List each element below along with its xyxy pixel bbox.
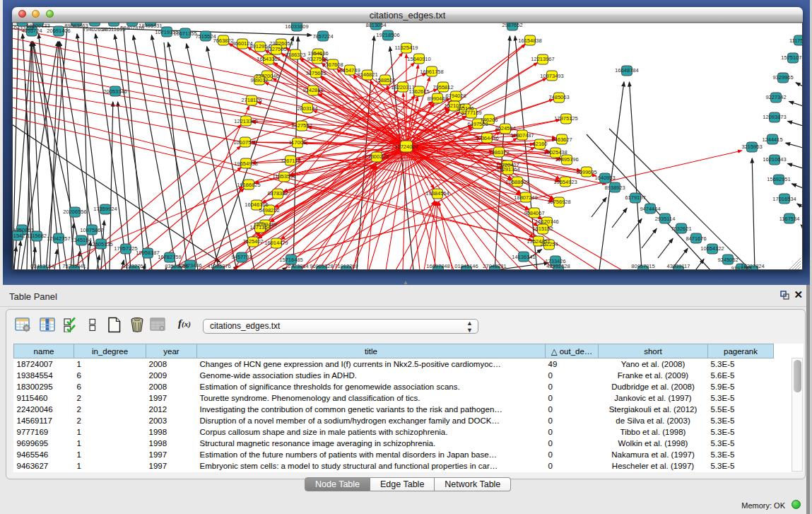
svg-text:16154838: 16154838 [518,37,541,44]
svg-text:01845146: 01845146 [454,263,478,269]
svg-text:1115682: 1115682 [27,233,47,239]
svg-text:3624554: 3624554 [495,125,515,132]
svg-text:6794028: 6794028 [445,93,466,99]
svg-text:71012269: 71012269 [334,263,358,269]
svg-text:18227824: 18227824 [741,263,764,269]
svg-text:96965328: 96965328 [310,263,333,269]
svg-text:10756928: 10756928 [547,199,570,205]
svg-text:1471364: 1471364 [249,224,270,230]
svg-text:9474444: 9474444 [640,206,660,212]
svg-text:19218506: 19218506 [376,32,399,38]
svg-text:2935114: 2935114 [655,216,676,222]
svg-text:10654122: 10654122 [700,245,724,252]
svg-text:16961758: 16961758 [420,69,443,75]
svg-text:8427552: 8427552 [291,122,312,129]
svg-text:989012: 989012 [250,77,268,83]
svg-text:16543362: 16543362 [257,56,280,62]
svg-text:15751074: 15751074 [781,54,803,61]
svg-text:9777169: 9777169 [461,110,481,116]
svg-text:7663822: 7663822 [213,37,233,44]
svg-text:9457791: 9457791 [231,254,252,260]
svg-text:3915427: 3915427 [12,233,28,239]
svg-text:1244415: 1244415 [762,136,782,143]
svg-text:15291364: 15291364 [496,166,519,173]
svg-text:9227342: 9227342 [765,94,786,100]
svg-text:8813054: 8813054 [365,23,386,28]
svg-text:10958187: 10958187 [136,250,159,256]
svg-text:19654923: 19654923 [553,179,577,185]
svg-text:20691406: 20691406 [47,28,70,34]
svg-text:16782759: 16782759 [158,254,181,260]
svg-text:3215953: 3215953 [741,144,762,150]
svg-text:1615152: 1615152 [532,226,553,232]
svg-text:27048281: 27048281 [483,263,506,269]
svg-text:14136141: 14136141 [512,254,535,260]
svg-text:11325419: 11325419 [395,45,418,51]
svg-text:7485063: 7485063 [548,94,569,100]
svg-text:18220317: 18220317 [391,84,414,90]
svg-text:18807249: 18807249 [514,194,537,201]
svg-text:8990448: 8990448 [427,95,447,102]
svg-text:15640910: 15640910 [407,56,430,62]
svg-text:1167534: 1167534 [779,216,800,222]
svg-text:10671355: 10671355 [173,30,196,37]
svg-text:9327505: 9327505 [266,46,286,52]
svg-text:03413164: 03413164 [30,263,54,269]
svg-text:16120746: 16120746 [535,218,558,225]
svg-text:1345194: 1345194 [71,237,91,243]
svg-text:8878332: 8878332 [267,190,288,197]
svg-text:8471676: 8471676 [686,235,706,242]
svg-text:10973493: 10973493 [540,73,563,79]
svg-text:5498222: 5498222 [259,207,279,214]
svg-text:10025438: 10025438 [543,149,567,156]
svg-text:19166825: 19166825 [237,182,260,188]
svg-text:43039117: 43039117 [667,263,690,269]
svg-text:16210643: 16210643 [763,156,786,163]
svg-text:16648784: 16648784 [615,67,638,74]
svg-text:117006: 117006 [289,139,306,146]
svg-text:16495796: 16495796 [555,156,578,163]
svg-text:7857224: 7857224 [312,33,333,40]
svg-text:1640953: 1640953 [594,175,615,181]
svg-text:15692951: 15692951 [767,176,790,182]
svg-text:62160: 62160 [533,141,548,147]
svg-text:20206556: 20206556 [63,209,86,215]
svg-text:20053346: 20053346 [103,88,126,95]
svg-text:10107552: 10107552 [233,139,257,146]
svg-text:15716485: 15716485 [279,257,302,263]
svg-text:11353594: 11353594 [273,173,296,180]
svg-text:7625402: 7625402 [242,238,263,245]
svg-text:7955812: 7955812 [433,84,453,90]
svg-text:12942757: 12942757 [47,235,70,242]
svg-text:9084067: 9084067 [524,210,544,216]
svg-text:92832764: 92832764 [122,263,146,269]
svg-text:9329965: 9329965 [772,74,793,81]
svg-text:41395376: 41395376 [207,263,230,269]
svg-text:9699695: 9699695 [576,169,596,175]
svg-text:9463627: 9463627 [551,136,572,143]
svg-text:16697848: 16697848 [426,263,449,269]
svg-text:9242848: 9242848 [302,87,323,93]
svg-text:19654933: 19654933 [234,160,257,167]
svg-text:1588520: 1588520 [375,77,395,83]
svg-text:12093873: 12093873 [763,114,786,120]
svg-text:4055724: 4055724 [21,28,42,34]
svg-text:80957015: 80957015 [631,263,654,269]
svg-text:17975125: 17975125 [554,115,577,122]
svg-text:16033809: 16033809 [285,23,308,30]
svg-text:1117554: 1117554 [789,37,803,44]
svg-text:2718126: 2718126 [241,97,261,103]
svg-text:252254: 252254 [540,241,558,247]
svg-text:10807487: 10807487 [510,132,534,139]
svg-text:9245052: 9245052 [717,257,738,263]
svg-text:23300273: 23300273 [365,153,388,160]
svg-text:16914479: 16914479 [264,240,288,246]
svg-text:7632621: 7632621 [671,226,691,232]
svg-text:10975867: 10975867 [80,227,103,233]
svg-text:12213967: 12213967 [531,56,554,62]
svg-text:17957225: 17957225 [114,245,137,252]
svg-text:2803144: 2803144 [297,105,317,112]
svg-text:6179197: 6179197 [625,194,645,201]
svg-text:8938923: 8938923 [604,185,625,191]
svg-text:12213363: 12213363 [234,118,257,124]
